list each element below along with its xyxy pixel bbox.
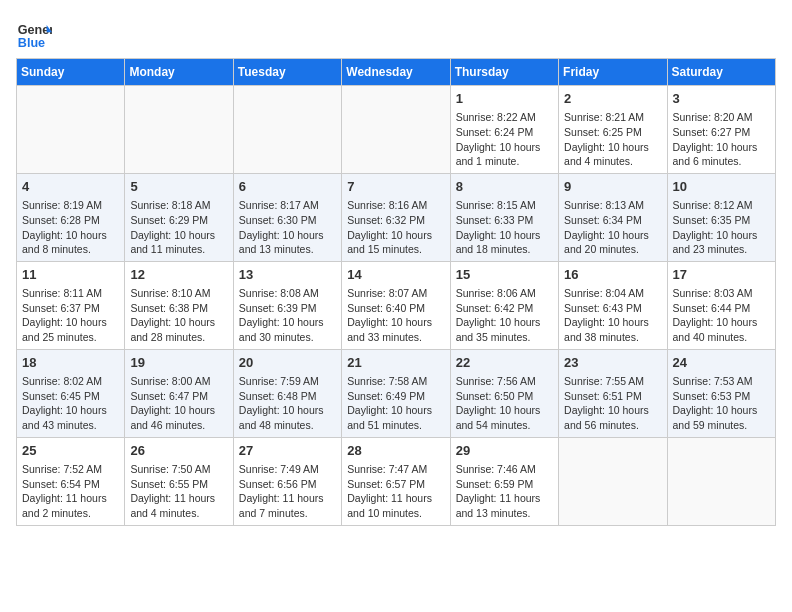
day-info: Sunrise: 8:07 AM Sunset: 6:40 PM Dayligh… xyxy=(347,286,444,345)
day-number: 1 xyxy=(456,90,553,108)
calendar-cell: 11Sunrise: 8:11 AM Sunset: 6:37 PM Dayli… xyxy=(17,261,125,349)
logo: General Blue xyxy=(16,16,52,52)
day-number: 16 xyxy=(564,266,661,284)
day-number: 29 xyxy=(456,442,553,460)
calendar-cell: 13Sunrise: 8:08 AM Sunset: 6:39 PM Dayli… xyxy=(233,261,341,349)
day-number: 27 xyxy=(239,442,336,460)
logo-icon: General Blue xyxy=(16,16,52,52)
calendar-cell: 21Sunrise: 7:58 AM Sunset: 6:49 PM Dayli… xyxy=(342,349,450,437)
col-header-sunday: Sunday xyxy=(17,59,125,86)
day-info: Sunrise: 8:00 AM Sunset: 6:47 PM Dayligh… xyxy=(130,374,227,433)
day-info: Sunrise: 8:17 AM Sunset: 6:30 PM Dayligh… xyxy=(239,198,336,257)
calendar-header-row: SundayMondayTuesdayWednesdayThursdayFrid… xyxy=(17,59,776,86)
day-number: 15 xyxy=(456,266,553,284)
day-info: Sunrise: 8:13 AM Sunset: 6:34 PM Dayligh… xyxy=(564,198,661,257)
col-header-tuesday: Tuesday xyxy=(233,59,341,86)
day-info: Sunrise: 8:16 AM Sunset: 6:32 PM Dayligh… xyxy=(347,198,444,257)
day-number: 13 xyxy=(239,266,336,284)
day-info: Sunrise: 7:59 AM Sunset: 6:48 PM Dayligh… xyxy=(239,374,336,433)
day-info: Sunrise: 8:20 AM Sunset: 6:27 PM Dayligh… xyxy=(673,110,770,169)
calendar-cell: 25Sunrise: 7:52 AM Sunset: 6:54 PM Dayli… xyxy=(17,437,125,525)
calendar-cell: 18Sunrise: 8:02 AM Sunset: 6:45 PM Dayli… xyxy=(17,349,125,437)
day-info: Sunrise: 7:53 AM Sunset: 6:53 PM Dayligh… xyxy=(673,374,770,433)
col-header-wednesday: Wednesday xyxy=(342,59,450,86)
calendar-cell xyxy=(667,437,775,525)
calendar-cell xyxy=(125,86,233,174)
day-number: 19 xyxy=(130,354,227,372)
calendar-cell xyxy=(233,86,341,174)
calendar-cell: 1Sunrise: 8:22 AM Sunset: 6:24 PM Daylig… xyxy=(450,86,558,174)
week-row-4: 18Sunrise: 8:02 AM Sunset: 6:45 PM Dayli… xyxy=(17,349,776,437)
day-number: 10 xyxy=(673,178,770,196)
calendar-cell: 27Sunrise: 7:49 AM Sunset: 6:56 PM Dayli… xyxy=(233,437,341,525)
col-header-saturday: Saturday xyxy=(667,59,775,86)
day-info: Sunrise: 7:55 AM Sunset: 6:51 PM Dayligh… xyxy=(564,374,661,433)
svg-text:Blue: Blue xyxy=(18,36,45,50)
day-number: 18 xyxy=(22,354,119,372)
col-header-thursday: Thursday xyxy=(450,59,558,86)
calendar-cell: 8Sunrise: 8:15 AM Sunset: 6:33 PM Daylig… xyxy=(450,173,558,261)
day-number: 25 xyxy=(22,442,119,460)
calendar-cell: 3Sunrise: 8:20 AM Sunset: 6:27 PM Daylig… xyxy=(667,86,775,174)
calendar-cell xyxy=(342,86,450,174)
calendar-table: SundayMondayTuesdayWednesdayThursdayFrid… xyxy=(16,58,776,526)
day-number: 21 xyxy=(347,354,444,372)
day-number: 28 xyxy=(347,442,444,460)
calendar-cell: 6Sunrise: 8:17 AM Sunset: 6:30 PM Daylig… xyxy=(233,173,341,261)
day-number: 3 xyxy=(673,90,770,108)
day-number: 23 xyxy=(564,354,661,372)
day-number: 22 xyxy=(456,354,553,372)
day-info: Sunrise: 8:11 AM Sunset: 6:37 PM Dayligh… xyxy=(22,286,119,345)
calendar-cell: 20Sunrise: 7:59 AM Sunset: 6:48 PM Dayli… xyxy=(233,349,341,437)
calendar-cell: 23Sunrise: 7:55 AM Sunset: 6:51 PM Dayli… xyxy=(559,349,667,437)
day-number: 26 xyxy=(130,442,227,460)
calendar-cell: 9Sunrise: 8:13 AM Sunset: 6:34 PM Daylig… xyxy=(559,173,667,261)
calendar-cell: 22Sunrise: 7:56 AM Sunset: 6:50 PM Dayli… xyxy=(450,349,558,437)
day-number: 11 xyxy=(22,266,119,284)
day-info: Sunrise: 8:22 AM Sunset: 6:24 PM Dayligh… xyxy=(456,110,553,169)
day-info: Sunrise: 7:56 AM Sunset: 6:50 PM Dayligh… xyxy=(456,374,553,433)
calendar-cell: 10Sunrise: 8:12 AM Sunset: 6:35 PM Dayli… xyxy=(667,173,775,261)
day-number: 7 xyxy=(347,178,444,196)
day-info: Sunrise: 8:10 AM Sunset: 6:38 PM Dayligh… xyxy=(130,286,227,345)
day-info: Sunrise: 8:02 AM Sunset: 6:45 PM Dayligh… xyxy=(22,374,119,433)
calendar-cell: 16Sunrise: 8:04 AM Sunset: 6:43 PM Dayli… xyxy=(559,261,667,349)
calendar-cell: 19Sunrise: 8:00 AM Sunset: 6:47 PM Dayli… xyxy=(125,349,233,437)
calendar-cell: 29Sunrise: 7:46 AM Sunset: 6:59 PM Dayli… xyxy=(450,437,558,525)
calendar-cell xyxy=(17,86,125,174)
day-info: Sunrise: 8:08 AM Sunset: 6:39 PM Dayligh… xyxy=(239,286,336,345)
week-row-1: 1Sunrise: 8:22 AM Sunset: 6:24 PM Daylig… xyxy=(17,86,776,174)
day-number: 12 xyxy=(130,266,227,284)
calendar-cell: 14Sunrise: 8:07 AM Sunset: 6:40 PM Dayli… xyxy=(342,261,450,349)
day-info: Sunrise: 7:52 AM Sunset: 6:54 PM Dayligh… xyxy=(22,462,119,521)
day-number: 5 xyxy=(130,178,227,196)
day-number: 6 xyxy=(239,178,336,196)
day-number: 14 xyxy=(347,266,444,284)
day-number: 4 xyxy=(22,178,119,196)
day-number: 8 xyxy=(456,178,553,196)
day-info: Sunrise: 8:18 AM Sunset: 6:29 PM Dayligh… xyxy=(130,198,227,257)
day-number: 20 xyxy=(239,354,336,372)
day-info: Sunrise: 8:21 AM Sunset: 6:25 PM Dayligh… xyxy=(564,110,661,169)
calendar-cell: 4Sunrise: 8:19 AM Sunset: 6:28 PM Daylig… xyxy=(17,173,125,261)
day-info: Sunrise: 7:47 AM Sunset: 6:57 PM Dayligh… xyxy=(347,462,444,521)
week-row-5: 25Sunrise: 7:52 AM Sunset: 6:54 PM Dayli… xyxy=(17,437,776,525)
day-info: Sunrise: 8:04 AM Sunset: 6:43 PM Dayligh… xyxy=(564,286,661,345)
day-info: Sunrise: 7:58 AM Sunset: 6:49 PM Dayligh… xyxy=(347,374,444,433)
day-info: Sunrise: 7:49 AM Sunset: 6:56 PM Dayligh… xyxy=(239,462,336,521)
calendar-cell xyxy=(559,437,667,525)
day-info: Sunrise: 8:15 AM Sunset: 6:33 PM Dayligh… xyxy=(456,198,553,257)
day-number: 9 xyxy=(564,178,661,196)
calendar-cell: 28Sunrise: 7:47 AM Sunset: 6:57 PM Dayli… xyxy=(342,437,450,525)
calendar-cell: 26Sunrise: 7:50 AM Sunset: 6:55 PM Dayli… xyxy=(125,437,233,525)
day-info: Sunrise: 8:12 AM Sunset: 6:35 PM Dayligh… xyxy=(673,198,770,257)
page-header: General Blue xyxy=(16,16,776,52)
calendar-cell: 7Sunrise: 8:16 AM Sunset: 6:32 PM Daylig… xyxy=(342,173,450,261)
calendar-cell: 15Sunrise: 8:06 AM Sunset: 6:42 PM Dayli… xyxy=(450,261,558,349)
day-number: 2 xyxy=(564,90,661,108)
calendar-cell: 12Sunrise: 8:10 AM Sunset: 6:38 PM Dayli… xyxy=(125,261,233,349)
day-info: Sunrise: 7:46 AM Sunset: 6:59 PM Dayligh… xyxy=(456,462,553,521)
day-number: 17 xyxy=(673,266,770,284)
day-info: Sunrise: 8:19 AM Sunset: 6:28 PM Dayligh… xyxy=(22,198,119,257)
day-info: Sunrise: 7:50 AM Sunset: 6:55 PM Dayligh… xyxy=(130,462,227,521)
